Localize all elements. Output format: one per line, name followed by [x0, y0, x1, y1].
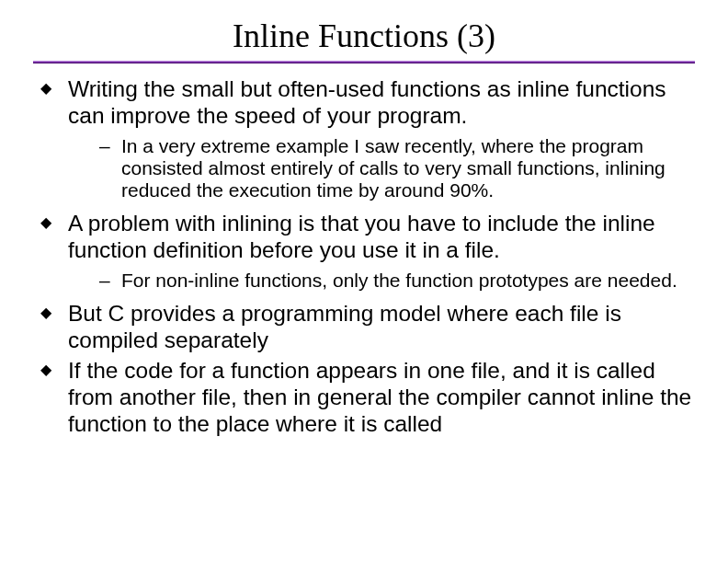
bullet-text: A problem with inlining is that you have… [68, 211, 655, 262]
sub-bullet-text: In a very extreme example I saw recently… [121, 135, 665, 201]
slide: Inline Functions (3) Writing the small b… [0, 0, 728, 563]
bullet-text: If the code for a function appears in on… [68, 358, 691, 436]
bullet-item: Writing the small but often-used functio… [37, 76, 700, 201]
bullet-text: But C provides a programming model where… [68, 301, 621, 352]
slide-title: Inline Functions (3) [28, 17, 700, 55]
sub-bullet-item: For non-inline functions, only the funct… [99, 270, 700, 292]
bullet-item: A problem with inlining is that you have… [37, 211, 700, 292]
sub-bullet-text: For non-inline functions, only the funct… [121, 270, 677, 291]
bullet-text: Writing the small but often-used functio… [68, 76, 666, 128]
bullet-item: But C provides a programming model where… [37, 301, 700, 354]
bullet-item: If the code for a function appears in on… [37, 358, 700, 438]
bullet-list: Writing the small but often-used functio… [28, 76, 700, 438]
title-underline [33, 61, 695, 63]
sub-bullet-list: For non-inline functions, only the funct… [68, 270, 700, 292]
sub-bullet-list: In a very extreme example I saw recently… [68, 135, 700, 201]
sub-bullet-item: In a very extreme example I saw recently… [99, 135, 700, 201]
